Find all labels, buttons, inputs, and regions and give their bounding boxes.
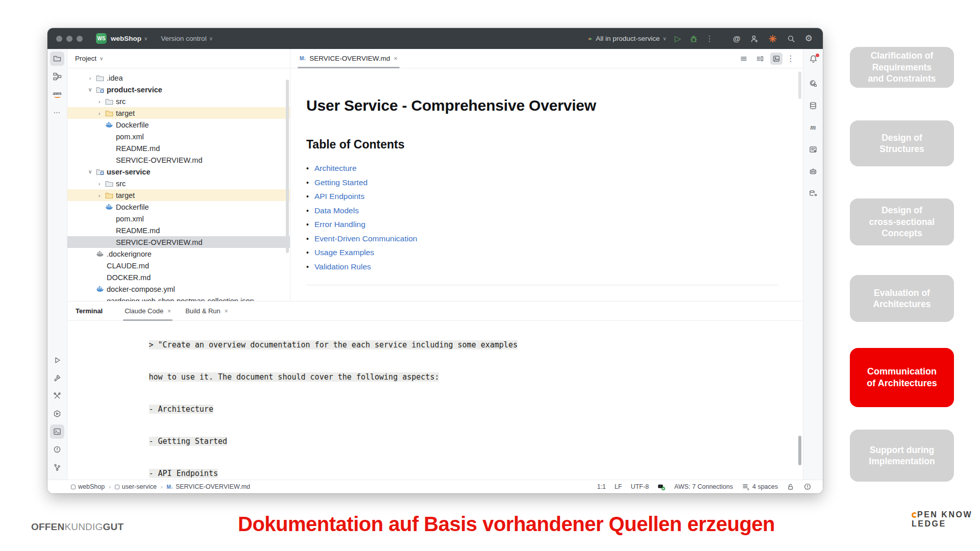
- maximize-window-icon[interactable]: [77, 36, 83, 42]
- terminal-line: ●- Architecture: [75, 393, 795, 425]
- ai-assistant-button[interactable]: @: [733, 34, 741, 43]
- process-step: Clarification of Requirements and Constr…: [850, 47, 954, 88]
- toc-link[interactable]: Error Handling: [314, 220, 365, 229]
- indent-widget[interactable]: 4 spaces: [742, 483, 778, 491]
- tree-row[interactable]: ∨: [67, 84, 290, 95]
- breadcrumb-file[interactable]: M↓ SERVICE-OVERVIEW.md: [167, 483, 250, 490]
- tree-chevron-icon[interactable]: ∨: [86, 168, 94, 175]
- tree-row[interactable]: DOCKER.md: [67, 271, 290, 283]
- write-access-icon[interactable]: [787, 483, 795, 491]
- close-tab-icon[interactable]: ×: [225, 308, 228, 315]
- build-tool-button[interactable]: [50, 371, 64, 385]
- maven-tool-button[interactable]: m: [806, 120, 820, 135]
- aws-tool-button[interactable]: aws: [50, 87, 64, 102]
- tree-row[interactable]: ›: [67, 107, 290, 119]
- project-name[interactable]: webShop: [111, 35, 141, 42]
- breadcrumb-project[interactable]: webShop: [71, 483, 105, 490]
- more-tool-windows-button[interactable]: ⋯: [50, 105, 64, 119]
- tree-chevron-icon[interactable]: ∨: [86, 86, 94, 93]
- tree-row[interactable]: pom.xml: [67, 131, 290, 142]
- tree-row[interactable]: README.md: [67, 142, 290, 154]
- preview-view-button[interactable]: [770, 53, 782, 65]
- structure-tool-button[interactable]: [50, 69, 64, 84]
- services-tools-button[interactable]: [50, 389, 64, 403]
- breadcrumb-module[interactable]: user-service: [115, 483, 157, 490]
- problems-tool-button[interactable]: [50, 442, 64, 457]
- tree-chevron-icon[interactable]: ›: [95, 98, 104, 105]
- toc-link[interactable]: Validation Rules: [314, 262, 371, 271]
- vcs-menu[interactable]: Version control: [161, 35, 206, 42]
- close-tab-icon[interactable]: ×: [167, 308, 171, 315]
- toc-link[interactable]: Getting Started: [314, 178, 368, 187]
- close-window-icon[interactable]: [56, 36, 62, 42]
- run-tool-button[interactable]: [50, 353, 64, 367]
- terminal-tool-button[interactable]: [50, 424, 64, 439]
- notes-tool-button[interactable]: [806, 142, 820, 157]
- tree-row[interactable]: SERVICE-OVERVIEW.md: [67, 154, 290, 166]
- editor-only-view-button[interactable]: [738, 53, 750, 65]
- tree-row[interactable]: .dockerignore: [67, 248, 290, 260]
- terminal-tab[interactable]: Claude Code ×: [118, 302, 178, 320]
- tree-row[interactable]: Dockerfile: [67, 119, 290, 131]
- process-step: Design of cross-sectional Concepts: [850, 198, 954, 245]
- tree-row[interactable]: ›: [67, 72, 290, 84]
- toc-link[interactable]: API Endpoints: [314, 192, 364, 201]
- tree-row[interactable]: ∨: [67, 166, 290, 178]
- tree-row[interactable]: CLAUDE.md: [67, 260, 290, 271]
- docker-status-icon[interactable]: [657, 483, 666, 491]
- robot-tool-button[interactable]: [806, 164, 820, 179]
- editor-scrollbar[interactable]: [798, 71, 801, 99]
- tree-chevron-icon[interactable]: ›: [95, 192, 104, 198]
- encoding-widget[interactable]: UTF-8: [631, 483, 649, 490]
- more-actions-button[interactable]: ⋮: [705, 34, 714, 43]
- terminal-scrollbar[interactable]: [798, 436, 801, 465]
- git-tool-button[interactable]: [50, 460, 64, 474]
- toc-link[interactable]: Usage Examples: [314, 248, 374, 257]
- toc-link[interactable]: Architecture: [314, 164, 357, 173]
- add-user-button[interactable]: [750, 34, 759, 43]
- toc-link[interactable]: Event-Driven Communication: [314, 234, 418, 243]
- tree-row[interactable]: docker-compose.yml: [67, 283, 290, 295]
- caret-position-widget[interactable]: 1:1: [597, 483, 606, 490]
- inspections-icon[interactable]: [803, 483, 812, 491]
- tree-row[interactable]: pom.xml: [67, 213, 290, 224]
- database-tool-button[interactable]: [806, 98, 820, 113]
- ai-assistant-tool-button[interactable]: [806, 77, 820, 91]
- debug-button[interactable]: [689, 34, 698, 43]
- tree-row[interactable]: ›: [67, 95, 290, 107]
- run-configuration[interactable]: ◂ ▸ All in product-service ∨: [587, 35, 667, 42]
- aws-connections-widget[interactable]: AWS: 7 Connections: [674, 483, 733, 490]
- tree-chevron-icon[interactable]: ›: [95, 110, 104, 116]
- tree-row[interactable]: Dockerfile: [67, 201, 290, 213]
- tree-row[interactable]: gardening-web-shop-postman-collection.js…: [67, 295, 290, 301]
- database-sync-tool-button[interactable]: [806, 186, 820, 201]
- editor-tab[interactable]: M↓ SERVICE-OVERVIEW.md ×: [293, 49, 404, 68]
- toc-link[interactable]: Data Models: [314, 206, 359, 215]
- tree-row[interactable]: README.md: [67, 224, 290, 236]
- toc-item: Architecture: [306, 164, 778, 173]
- tree-scrollbar[interactable]: [286, 80, 289, 253]
- minimize-window-icon[interactable]: [66, 36, 72, 42]
- terminal-tab[interactable]: Terminal: [76, 302, 117, 320]
- services-tool-button[interactable]: [50, 407, 64, 421]
- tree-row[interactable]: SERVICE-OVERVIEW.md: [67, 236, 290, 248]
- tree-row[interactable]: ›: [67, 189, 290, 201]
- notifications-button[interactable]: [808, 54, 818, 66]
- editor-more-icon[interactable]: ⋮: [787, 54, 795, 63]
- close-tab-icon[interactable]: ×: [394, 55, 398, 62]
- project-tool-button[interactable]: [50, 52, 64, 66]
- line-ending-widget[interactable]: LF: [615, 483, 622, 490]
- terminal-tab[interactable]: Build & Run ×: [179, 302, 235, 320]
- window-controls[interactable]: [56, 36, 83, 42]
- split-view-button[interactable]: [754, 53, 766, 65]
- slide: WS webShop ∨ Version control ∨ ◂ ▸ All i…: [0, 0, 980, 551]
- tree-chevron-icon[interactable]: ›: [86, 75, 94, 81]
- settings-button[interactable]: ⚙: [805, 33, 813, 44]
- project-panel-header[interactable]: Project ∨: [67, 49, 290, 68]
- tree-chevron-icon[interactable]: ›: [95, 181, 104, 187]
- run-button[interactable]: ▷: [675, 34, 681, 43]
- search-everywhere-button[interactable]: [787, 34, 796, 43]
- sparkle-plugin-icon[interactable]: [768, 34, 777, 43]
- terminal-output[interactable]: ●> "Create an overview documentation for…: [67, 321, 803, 480]
- tree-row[interactable]: ›: [67, 178, 290, 189]
